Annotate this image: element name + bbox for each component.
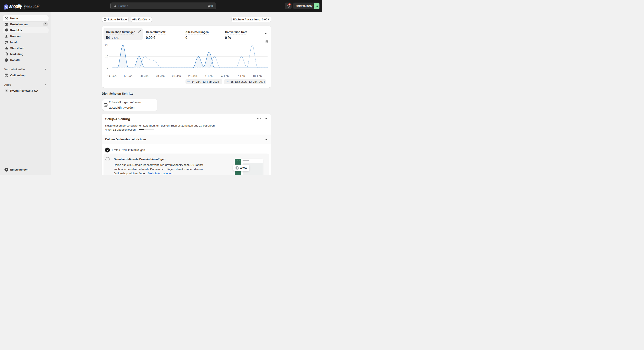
svg-text:1. Feb.: 1. Feb. [205, 75, 213, 78]
svg-text:20. Jan.: 20. Jan. [140, 75, 149, 78]
svg-text:17. Jan.: 17. Jan. [124, 75, 133, 78]
svg-text:14. Jan.: 14. Jan. [107, 75, 117, 78]
svg-text:10: 10 [105, 55, 108, 58]
svg-text:7. Feb.: 7. Feb. [237, 75, 246, 78]
svg-text:10. Feb.: 10. Feb. [253, 75, 262, 78]
svg-text:0: 0 [107, 66, 108, 69]
svg-text:23. Jan.: 23. Jan. [156, 75, 165, 78]
svg-text:20: 20 [105, 44, 108, 47]
svg-text:4. Feb.: 4. Feb. [221, 75, 229, 78]
svg-text:29. Jan.: 29. Jan. [188, 75, 198, 78]
svg-text:26. Jan.: 26. Jan. [172, 75, 182, 78]
